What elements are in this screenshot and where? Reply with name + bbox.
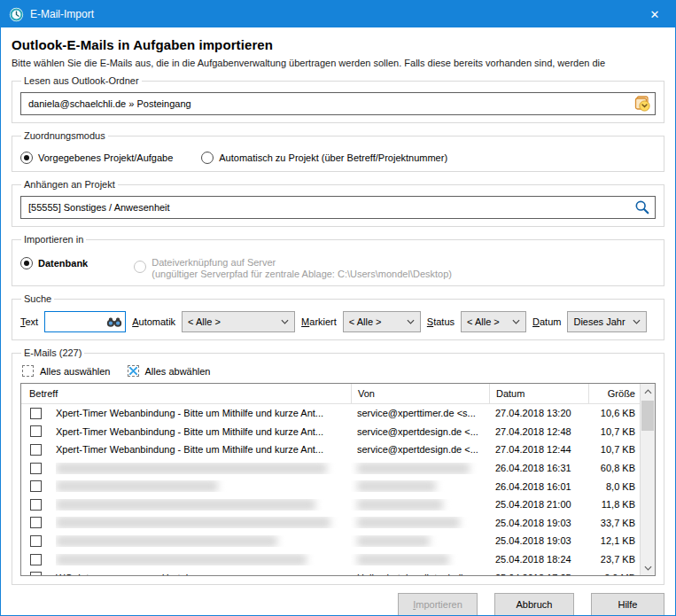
column-header-betreff[interactable]: Betreff bbox=[21, 384, 351, 403]
outlook-folder-picker-icon[interactable] bbox=[633, 94, 652, 113]
email-table-body: Xpert-Timer Webanbindung - Bitte um Mith… bbox=[21, 404, 655, 575]
titlebar[interactable]: E-Mail-Import ✕ bbox=[1, 1, 675, 27]
select-all-checkbox-icon[interactable] bbox=[22, 365, 34, 377]
search-text-input[interactable] bbox=[44, 311, 126, 332]
email-checkbox[interactable] bbox=[30, 535, 42, 547]
column-header-von[interactable]: Von bbox=[351, 384, 489, 403]
blurred-betreff bbox=[56, 554, 307, 565]
column-header-datum[interactable]: Datum bbox=[489, 384, 588, 403]
radio-vorgegebenes-projekt-label: Vorgegebenes Projekt/Aufgabe bbox=[38, 152, 173, 163]
binoculars-icon bbox=[106, 316, 122, 328]
radio-automatisch-zu-projekt[interactable]: Automatisch zu Projekt (über Betreff/Pro… bbox=[201, 152, 447, 164]
email-checkbox[interactable] bbox=[30, 572, 42, 575]
datum-select[interactable]: Dieses Jahr bbox=[567, 311, 647, 332]
email-datum: 25.04.2018 17:25 bbox=[489, 573, 588, 575]
status-value: < Alle > bbox=[467, 316, 509, 327]
chevron-down-icon bbox=[407, 319, 415, 324]
email-betreff bbox=[56, 517, 351, 528]
email-checkbox[interactable] bbox=[30, 425, 42, 437]
email-datum: 25.04.2018 19:03 bbox=[489, 535, 588, 546]
email-row[interactable]: Xpert-Timer Webanbindung - Bitte um Mith… bbox=[21, 404, 655, 423]
email-datum: 26.04.2018 16:01 bbox=[489, 481, 588, 492]
email-groesse: 12,1 KB bbox=[588, 535, 640, 546]
suche-markiert-label: Markiert bbox=[301, 316, 337, 327]
suche-automatik-label: Automatik bbox=[132, 316, 175, 327]
radio-datenbank[interactable]: Datenbank bbox=[20, 257, 88, 269]
blurred-betreff bbox=[56, 499, 315, 511]
email-checkbox[interactable] bbox=[30, 517, 42, 528]
group-zuordnungsmodus-label: Zuordnungsmodus bbox=[21, 130, 108, 141]
email-datum: 27.04.2018 12:48 bbox=[489, 426, 588, 437]
group-zuordnungsmodus: Zuordnungsmodus Vorgegebenes Projekt/Auf… bbox=[12, 130, 664, 172]
email-checkbox[interactable] bbox=[30, 463, 42, 474]
email-groesse: 10,7 KB bbox=[588, 444, 640, 455]
email-checkbox[interactable] bbox=[30, 554, 42, 565]
select-all-label[interactable]: Alles auswählen bbox=[40, 366, 111, 377]
scroll-down-icon[interactable] bbox=[641, 560, 655, 575]
email-row[interactable]: Xpert-Timer Webanbindung - Bitte um Mith… bbox=[21, 423, 655, 441]
help-button[interactable]: Hilfe bbox=[591, 593, 664, 616]
column-header-groesse[interactable]: Größe bbox=[588, 384, 640, 403]
radio-selected-icon bbox=[20, 152, 33, 164]
email-table-header: Betreff Von Datum Größe bbox=[21, 384, 655, 404]
search-projekt-icon[interactable] bbox=[633, 198, 652, 217]
radio-selected-icon bbox=[20, 257, 33, 269]
email-datum: 27.04.2018 12:44 bbox=[489, 444, 588, 455]
status-select[interactable]: < Alle > bbox=[461, 311, 526, 332]
email-row[interactable]: 25.04.2018 21:0011,8 KB bbox=[21, 495, 655, 514]
email-row[interactable]: 25.04.2018 19:0333,7 KB bbox=[21, 514, 655, 533]
suche-datum-label: Datum bbox=[532, 316, 561, 327]
projekt-field[interactable]: [55555] Sonstiges / Anwesenheit bbox=[20, 196, 656, 219]
radio-automatisch-zu-projekt-label: Automatisch zu Projekt (über Betreff/Pro… bbox=[219, 152, 447, 163]
email-checkbox[interactable] bbox=[30, 444, 42, 456]
markiert-select[interactable]: < Alle > bbox=[343, 311, 421, 332]
close-icon[interactable]: ✕ bbox=[634, 1, 675, 27]
email-von bbox=[351, 480, 489, 492]
group-suche: Suche Text Automatik bbox=[12, 293, 664, 340]
email-groesse: 10,6 KB bbox=[588, 408, 640, 418]
email-von: Helkeshotels <dieter.helk... bbox=[351, 573, 489, 575]
email-row[interactable]: Xpert-Timer Webanbindung - Bitte um Mith… bbox=[21, 441, 655, 459]
email-von: service@xpertdesign.de <... bbox=[351, 444, 489, 455]
email-datum: 27.04.2018 13:20 bbox=[489, 408, 588, 418]
email-von bbox=[351, 463, 489, 474]
deselect-all-checkbox-icon[interactable] bbox=[128, 365, 139, 377]
radio-dateiverknuepfung-note: (ungültiger Serverpfad für zentrale Abla… bbox=[152, 269, 452, 280]
app-clock-icon bbox=[9, 7, 24, 22]
import-button[interactable]: Importieren bbox=[398, 593, 478, 616]
email-checkbox[interactable] bbox=[30, 408, 42, 419]
email-row[interactable]: 25.04.2018 19:0312,1 KB bbox=[21, 532, 655, 550]
scrollbar-thumb[interactable] bbox=[641, 401, 654, 431]
cancel-button[interactable]: Abbruch bbox=[494, 593, 574, 616]
radio-datenbank-label: Datenbank bbox=[38, 258, 88, 269]
email-checkbox[interactable] bbox=[30, 499, 42, 511]
scroll-up-icon[interactable] bbox=[641, 384, 655, 399]
datum-value: Dieses Jahr bbox=[573, 316, 629, 327]
blurred-von bbox=[357, 554, 449, 565]
radio-vorgegebenes-projekt[interactable]: Vorgegebenes Projekt/Aufgabe bbox=[20, 152, 173, 164]
email-row[interactable]: 26.04.2018 16:3160,8 KB bbox=[21, 459, 655, 478]
email-groesse: 2,0 MB bbox=[588, 573, 640, 575]
email-betreff: Xpert-Timer Webanbindung - Bitte um Mith… bbox=[56, 426, 351, 437]
deselect-all-label[interactable]: Alles abwählen bbox=[145, 366, 211, 377]
group-importieren-in: Importieren in Datenbank Dateiverknüpfun… bbox=[12, 234, 664, 286]
blurred-betreff bbox=[56, 517, 330, 528]
email-row[interactable]: WG: Interessengruppen HortplanungHelkesh… bbox=[21, 568, 655, 575]
group-projekt: Anhängen an Projekt [55555] Sonstiges / … bbox=[12, 179, 664, 227]
outlook-folder-combo[interactable]: daniela@schaelchli.de » Posteingang bbox=[20, 92, 656, 115]
blurred-von bbox=[357, 499, 443, 511]
email-row[interactable]: 25.04.2018 18:2423,7 KB bbox=[21, 550, 655, 569]
automatik-select[interactable]: < Alle > bbox=[182, 311, 295, 332]
chevron-down-icon bbox=[512, 319, 520, 324]
page-subtitle: Bitte wählen Sie die E-Mails aus, die in… bbox=[12, 58, 664, 68]
group-importieren-in-label: Importieren in bbox=[21, 234, 86, 245]
projekt-value: [55555] Sonstiges / Anwesenheit bbox=[28, 202, 633, 213]
email-groesse: 10,7 KB bbox=[588, 426, 640, 437]
radio-unselected-icon bbox=[201, 152, 214, 164]
email-row[interactable]: 26.04.2018 16:018,0 KB bbox=[21, 477, 655, 495]
vertical-scrollbar[interactable] bbox=[640, 384, 655, 575]
email-checkbox[interactable] bbox=[30, 480, 42, 492]
blurred-betreff bbox=[56, 480, 218, 492]
email-datum: 26.04.2018 16:31 bbox=[489, 463, 588, 473]
window-title: E-Mail-Import bbox=[30, 8, 94, 20]
